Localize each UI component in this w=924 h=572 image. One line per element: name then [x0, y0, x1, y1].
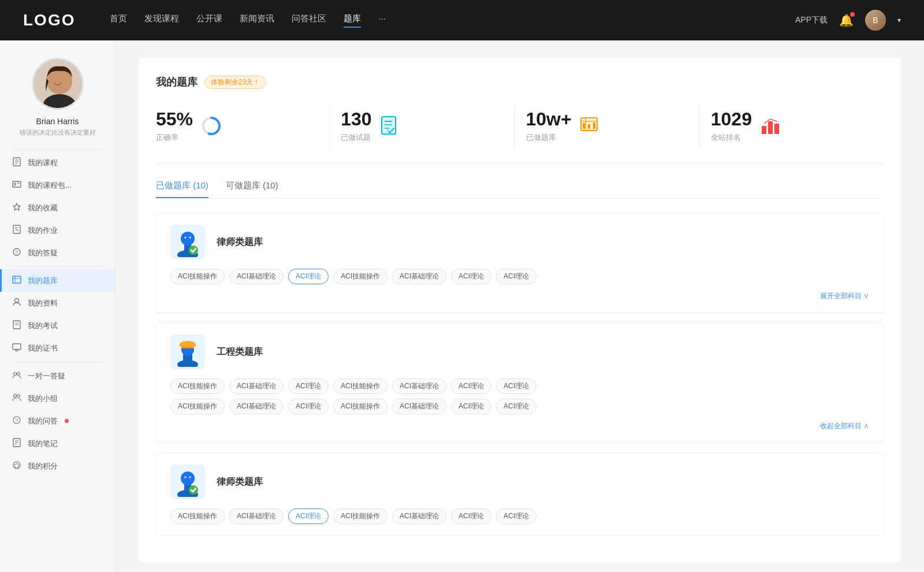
sidebar-item-homework[interactable]: 我的作业 — [0, 219, 115, 242]
nav-avatar[interactable]: B — [865, 10, 886, 31]
qb-tag[interactable]: ACI基础理论 — [392, 508, 446, 524]
qb-tag[interactable]: ACI理论 — [496, 508, 536, 524]
qb-tag[interactable]: ACI技能操作 — [333, 399, 388, 414]
qb-tag[interactable]: ACI基础理论 — [392, 269, 446, 284]
nav-qa[interactable]: 问答社区 — [292, 13, 326, 28]
qb-card-2-tags-row2: ACI技能操作 ACI基础理论 ACI理论 ACI技能操作 ACI基础理论 AC… — [170, 399, 869, 414]
qb-tag[interactable]: ACI技能操作 — [333, 378, 388, 394]
stat-accuracy-label: 正确率 — [156, 132, 193, 143]
nav-question-bank[interactable]: 题库 — [344, 13, 361, 28]
qb-card-2: 工程类题库 ACI技能操作 ACI基础理论 ACI理论 ACI技能操作 ACI基… — [156, 322, 884, 443]
tab-done-banks[interactable]: 已做题库 (10) — [156, 180, 208, 198]
notes-icon — [12, 438, 22, 449]
svg-point-58 — [189, 237, 191, 239]
qb-tag[interactable]: ACI技能操作 — [333, 508, 388, 524]
qb-tag[interactable]: ACI理论 — [288, 378, 329, 394]
sidebar-item-question-bank[interactable]: 我的题库 — [0, 269, 115, 292]
qb-card-3: 律师类题库 ACI技能操作 ACI基础理论 ACI理论 ACI技能操作 ACI基… — [156, 452, 884, 536]
qb-tag[interactable]: ACI技能操作 — [170, 399, 225, 414]
qb-tag[interactable]: ACI基础理论 — [229, 399, 284, 414]
nav-discover[interactable]: 发现课程 — [144, 13, 179, 28]
sidebar-item-one-on-one[interactable]: 一对一答疑 — [0, 365, 115, 387]
nav-notification-bell[interactable]: 🔔 — [839, 13, 854, 27]
sidebar-item-questions[interactable]: ? 我的问答 — [0, 410, 115, 432]
qb-card-2-tags-row1: ACI技能操作 ACI基础理论 ACI理论 ACI技能操作 ACI基础理论 AC… — [170, 378, 869, 394]
qb-tag[interactable]: ACI基础理论 — [229, 269, 284, 284]
sidebar-item-notes[interactable]: 我的笔记 — [0, 432, 115, 455]
nav-open-course[interactable]: 公开课 — [196, 13, 222, 28]
qb-card-2-footer: 收起全部科目 ∧ — [170, 420, 869, 431]
nav-app-download[interactable]: APP下载 — [795, 15, 828, 25]
star-icon — [12, 202, 22, 213]
nav-right: APP下载 🔔 B ▾ — [795, 10, 901, 31]
qb-tag[interactable]: ACI理论 — [496, 399, 536, 414]
nav-more[interactable]: ··· — [378, 13, 386, 28]
qb-tag[interactable]: ACI基础理论 — [392, 399, 446, 414]
sidebar-item-group[interactable]: 我的小组 — [0, 387, 115, 410]
question-icon: ? — [12, 415, 22, 426]
sidebar-label: 我的笔记 — [28, 439, 58, 449]
qb-tag[interactable]: ACI理论 — [496, 378, 536, 394]
svg-rect-50 — [593, 122, 595, 129]
svg-rect-9 — [17, 183, 20, 184]
qb-collapse-btn[interactable]: 收起全部科目 ∧ — [820, 422, 869, 430]
qb-tag[interactable]: ACI技能操作 — [170, 269, 225, 284]
qb-tag[interactable]: ACI理论 — [451, 399, 491, 414]
nav-home[interactable]: 首页 — [110, 13, 127, 28]
tab-bar: 已做题库 (10) 可做题库 (10) — [156, 180, 884, 199]
qb-tag[interactable]: ACI理论 — [496, 269, 536, 284]
qb-tag[interactable]: ACI技能操作 — [333, 269, 388, 284]
sidebar-label: 我的证书 — [28, 343, 58, 354]
svg-point-24 — [16, 349, 18, 351]
svg-rect-51 — [762, 126, 766, 134]
qb-tag[interactable]: ACI技能操作 — [170, 378, 225, 394]
question-notification-dot — [65, 419, 69, 423]
qb-tag-active[interactable]: ACI理论 — [288, 508, 329, 524]
qb-tag-active[interactable]: ACI理论 — [288, 269, 329, 284]
stat-done-label: 已做试题 — [341, 132, 371, 143]
qb-tag[interactable]: ACI理论 — [288, 399, 329, 414]
sidebar-item-my-course[interactable]: 我的课程 — [0, 151, 115, 174]
sidebar-item-points[interactable]: 我的积分 — [0, 455, 115, 477]
qb-expand-btn[interactable]: 展开全部科目 ∨ — [820, 292, 869, 300]
done-questions-icon — [379, 114, 402, 138]
qb-tag[interactable]: ACI理论 — [451, 269, 491, 284]
svg-point-27 — [14, 395, 17, 398]
stat-done-banks: 10w+ 已做题库 — [515, 103, 699, 148]
main-inner: 我的题库 体验剩余23天！ 55% 正确率 — [139, 58, 901, 563]
qb-tag[interactable]: ACI基础理论 — [229, 378, 284, 394]
sidebar-label: 我的课程包... — [28, 180, 72, 191]
sidebar-divider-top — [12, 148, 103, 149]
nav-news[interactable]: 新闻资讯 — [240, 13, 274, 28]
svg-rect-53 — [774, 124, 779, 134]
svg-point-56 — [181, 232, 195, 246]
sidebar-item-certificate[interactable]: 我的证书 — [0, 337, 115, 359]
sidebar-label: 我的资料 — [28, 298, 58, 309]
qb-tag[interactable]: ACI技能操作 — [170, 508, 225, 524]
stat-banks-value: 10w+ — [526, 109, 572, 130]
sidebar-item-profile[interactable]: 我的资料 — [0, 292, 115, 314]
sidebar-item-course-pack[interactable]: 我的课程包... — [0, 174, 115, 196]
notification-dot — [850, 12, 855, 17]
svg-rect-65 — [182, 347, 193, 348]
svg-marker-36 — [14, 463, 20, 469]
qb-tag[interactable]: ACI基础理论 — [229, 508, 284, 524]
qb-card-3-header: 律师类题库 — [170, 465, 869, 499]
tab-available-banks[interactable]: 可做题库 (10) — [226, 180, 278, 198]
sidebar-item-qa[interactable]: ? 我的答疑 — [0, 242, 115, 264]
nav-chevron-down-icon[interactable]: ▾ — [897, 16, 901, 24]
page-wrapper: Brian Harris 错误的决定比没有决定要好 我的课程 我的课程包... — [0, 0, 924, 572]
sidebar-divider-2 — [12, 362, 103, 362]
qb-tag[interactable]: ACI理论 — [451, 378, 491, 394]
qb-card-1: 律师类题库 ACI技能操作 ACI基础理论 ACI理论 ACI技能操作 ACI基… — [156, 213, 884, 313]
engineer-icon-wrap — [170, 335, 205, 369]
done-banks-icon — [579, 114, 602, 138]
qb-tag[interactable]: ACI基础理论 — [392, 378, 446, 394]
main-content: 我的题库 体验剩余23天！ 55% 正确率 — [116, 40, 924, 572]
svg-point-70 — [189, 477, 191, 478]
sidebar-menu: 我的课程 我的课程包... 我的收藏 我的作业 — [0, 151, 115, 477]
sidebar-item-exam[interactable]: 我的考试 — [0, 314, 115, 337]
sidebar-item-favorites[interactable]: 我的收藏 — [0, 196, 115, 219]
qb-tag[interactable]: ACI理论 — [451, 508, 491, 524]
nav-logo: LOGO — [23, 11, 75, 29]
